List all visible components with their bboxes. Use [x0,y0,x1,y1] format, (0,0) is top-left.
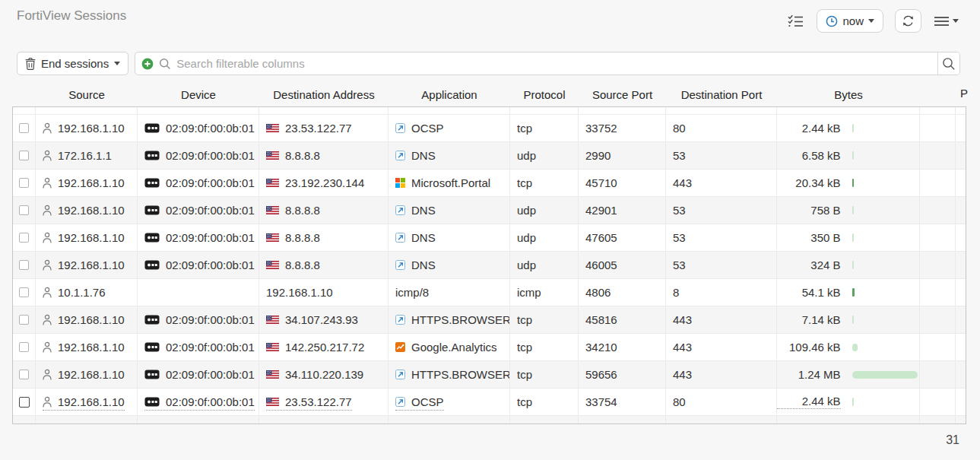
us-flag-icon [266,261,279,269]
application-cell: HTTPS.BROWSER [389,306,510,333]
row-checkbox[interactable] [19,178,29,188]
add-filter-icon[interactable] [141,58,154,70]
column-header-protocol[interactable]: Protocol [510,82,579,106]
session-row[interactable]: 172.16.1.102:09:0f:00:0b:018.8.8.8DNSudp… [13,142,966,170]
application-name: icmp/8 [395,286,429,299]
column-header-bytes[interactable]: Bytes [777,82,920,106]
user-icon [43,122,52,134]
row-checkbox[interactable] [19,123,29,133]
session-row[interactable]: 192.168.1.1002:09:0f:00:0b:018.8.8.8DNSu… [13,224,966,252]
extra-cell [920,115,956,141]
microsoft-icon [395,178,405,188]
destination-port-cell: 53 [666,252,777,278]
row-checkbox[interactable] [19,151,29,160]
session-row[interactable]: 192.168.1.1002:09:0f:00:0b:01142.250.217… [13,334,966,361]
trash-icon [25,58,36,70]
application-cell: OCSP [389,389,510,415]
source-ip: 192.168.1.10 [58,313,125,326]
device-cell: 02:09:0f:00:0b:01 [138,170,259,196]
device-cell: 02:09:0f:00:0b:01 [138,361,259,388]
page-title: FortiView Sessions [17,8,126,24]
bytes-value: 2.44 kB [777,122,841,135]
device-cell: 02:09:0f:00:0b:01 [138,252,259,278]
table-header-row: SourceDeviceDestination AddressApplicati… [13,82,956,106]
row-checkbox[interactable] [19,287,29,297]
extra-cell [920,170,956,196]
protocol-cell: tcp [510,361,579,388]
source-port-cell: 47605 [579,224,666,251]
extra-cell [920,306,956,333]
session-row[interactable]: 10.1.1.76192.168.1.10icmp/8icmp4806854.1… [13,279,966,306]
protocol-cell: icmp [510,279,579,306]
row-checkbox[interactable] [19,205,29,215]
hamburger-icon [934,16,949,27]
bytes-value: 6.58 kB [777,149,841,162]
application-icon [395,370,405,379]
column-header-device[interactable]: Device [138,82,259,106]
destination-port-cell: 443 [666,334,777,360]
source-ip: 192.168.1.10 [58,368,125,381]
extra-cell [920,197,956,224]
sessions-table: 192.168.1.1002:09:0f:00:0b:0123.53.122.7… [12,106,966,424]
device-cell: 02:09:0f:00:0b:01 [138,306,259,333]
chevron-down-icon [868,19,874,23]
column-header-source-port[interactable]: Source Port [579,82,666,106]
row-checkbox[interactable] [19,397,30,408]
user-icon [43,259,52,271]
protocol-cell: udp [510,224,579,251]
end-sessions-button[interactable]: End sessions [17,52,128,75]
google-analytics-icon [395,342,405,352]
source-port-cell: 45710 [579,170,666,196]
time-period-label: now [842,14,864,27]
application-icon [395,233,405,243]
source-ip: 192.168.1.10 [58,395,125,408]
application-name: DNS [411,231,436,244]
menu-button[interactable] [933,14,960,28]
mac-address-icon [144,260,160,270]
mac-address-icon [144,397,160,407]
row-checkbox[interactable] [19,315,29,325]
session-row[interactable]: 192.168.1.1002:09:0f:00:0b:0123.192.230.… [13,170,966,197]
checklist-button[interactable] [786,13,805,29]
source-port-cell: 4806 [579,279,666,306]
session-row[interactable]: 192.168.1.1002:09:0f:00:0b:0123.53.122.7… [13,389,966,416]
source-port-cell: 45816 [579,306,666,333]
bytes-bar [852,124,854,132]
search-input[interactable] [176,57,931,70]
destination-ip: 34.107.243.93 [285,313,358,326]
source-cell: 192.168.1.10 [36,197,138,224]
bytes-bar [852,316,854,324]
extra-cell [920,361,956,388]
column-header-source[interactable]: Source [36,82,138,106]
mac-address-icon [144,151,160,160]
column-header-destination-port[interactable]: Destination Port [666,82,777,106]
destination-cell: 142.250.217.72 [259,334,389,360]
mac-address-icon [144,205,160,215]
application-cell: DNS [389,224,510,251]
application-cell: HTTPS.BROWSER [389,361,510,388]
session-row[interactable]: 192.168.1.1002:09:0f:00:0b:0123.53.122.7… [13,115,966,142]
search-field-area [135,57,937,70]
application-cell: DNS [389,252,510,278]
search-submit-button[interactable] [937,52,959,75]
row-checkbox[interactable] [19,260,29,270]
device-mac: 02:09:0f:00:0b:01 [166,313,255,326]
application-cell: OCSP [389,115,510,141]
protocol-cell: tcp [510,306,579,333]
destination-cell: 8.8.8.8 [259,224,389,251]
destination-port-cell: 53 [666,197,777,224]
session-row[interactable]: 192.168.1.1002:09:0f:00:0b:0134.107.243.… [13,306,966,334]
application-name: DNS [411,259,436,271]
row-checkbox[interactable] [19,370,29,379]
column-header-destination-address[interactable]: Destination Address [259,82,389,106]
row-checkbox[interactable] [19,342,29,352]
device-mac: 02:09:0f:00:0b:01 [166,368,255,381]
session-row[interactable]: 192.168.1.1002:09:0f:00:0b:018.8.8.8DNSu… [13,252,966,279]
column-header-application[interactable]: Application [389,82,510,106]
row-checkbox[interactable] [19,233,29,243]
session-row[interactable]: 192.168.1.1002:09:0f:00:0b:0134.110.220.… [13,361,966,389]
destination-cell: 8.8.8.8 [259,142,389,169]
refresh-button[interactable] [895,9,921,33]
time-period-button[interactable]: now [817,9,883,33]
session-row[interactable]: 192.168.1.1002:09:0f:00:0b:018.8.8.8DNSu… [13,197,966,224]
